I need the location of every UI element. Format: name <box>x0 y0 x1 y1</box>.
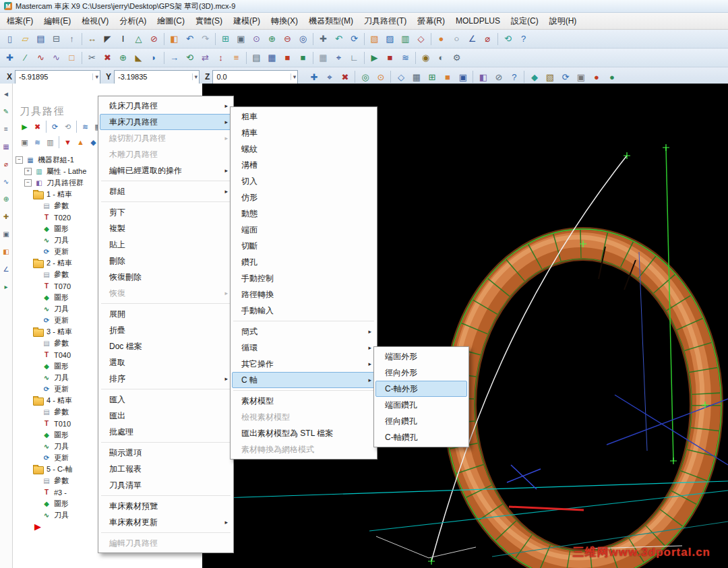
grid-toggle-icon[interactable]: ▦ <box>316 51 330 65</box>
pan-icon[interactable]: ✚ <box>316 32 330 46</box>
lathe-submenu-item[interactable]: 其它操作▸ <box>232 356 375 372</box>
menubar-item[interactable]: 繪圖(C) <box>152 13 190 28</box>
xform-translate-icon[interactable]: → <box>167 51 181 65</box>
menubar-item[interactable]: MOLDPLUS <box>450 13 506 28</box>
toolpath-display-icon[interactable]: ≋ <box>32 137 43 148</box>
fit-view-icon[interactable]: ⊞ <box>218 32 233 46</box>
levels-icon[interactable]: ▤ <box>249 51 264 65</box>
delete-entity-icon[interactable]: ✖ <box>100 51 115 65</box>
sketch-icon[interactable]: ✎ <box>1 106 11 117</box>
stop-macro-icon[interactable]: ■ <box>383 51 397 65</box>
menubar-item[interactable]: 編輯(E) <box>38 13 76 28</box>
shaded-mode-icon[interactable]: ● <box>434 32 448 46</box>
arc-create-icon[interactable]: ∿ <box>34 51 48 65</box>
lathe-submenu-item[interactable]: 循環▸ <box>232 340 375 356</box>
analyze-diameter-icon[interactable]: ⌀ <box>481 32 495 46</box>
repaint-icon[interactable]: ⟲ <box>501 32 515 46</box>
menubar-item[interactable]: 轉換(X) <box>266 13 303 28</box>
y-coordinate-input[interactable]: -3.19835 ▾ <box>114 70 200 84</box>
context-menu-item[interactable]: 匯出 <box>100 408 232 424</box>
trim-icon[interactable]: ✂ <box>85 51 99 65</box>
top-view-icon[interactable]: ▧ <box>367 32 382 46</box>
attribute-set-icon[interactable]: ◧ <box>476 70 490 84</box>
context-menu-item[interactable]: 展開 <box>100 306 232 322</box>
dim-diameter-icon[interactable]: ⌀ <box>1 159 11 169</box>
planes-manager-icon[interactable]: ▧ <box>543 70 557 84</box>
context-menu-item[interactable]: 貼上 <box>100 236 232 253</box>
lathe-submenu-item[interactable]: 端面 <box>232 222 375 238</box>
lathe-submenu-item[interactable]: 溝槽 <box>232 157 375 173</box>
menubar-item[interactable]: 實體(S) <box>190 13 228 28</box>
lock-z-icon[interactable]: ▣ <box>574 70 588 84</box>
lathe-submenu-item[interactable]: 動態 <box>232 206 375 222</box>
context-menu-item[interactable]: 複製 <box>100 220 232 236</box>
menubar-item[interactable]: 檔案(F) <box>1 13 38 28</box>
play-strip-icon[interactable]: ▸ <box>1 282 11 292</box>
lathe-submenu-item[interactable]: C 軸▸ <box>232 372 375 388</box>
zoom-out-icon[interactable]: ⊖ <box>280 32 295 46</box>
backplot-icon[interactable]: ≋ <box>398 51 413 65</box>
spline-create-icon[interactable]: ∿ <box>49 51 63 65</box>
c-axis-submenu-item[interactable]: C-軸外形 <box>375 381 467 397</box>
context-menu-item[interactable]: 車床素材預覽 <box>100 498 232 514</box>
x-coordinate-input[interactable]: -5.91895 ▾ <box>15 70 100 84</box>
context-menu-item[interactable]: 車床素材更新▸ <box>100 514 232 530</box>
menubar-item[interactable]: 刀具路徑(T) <box>359 13 412 28</box>
polygon-tool-icon[interactable]: △ <box>131 32 146 46</box>
zoom-in-icon[interactable]: ⊕ <box>265 32 279 46</box>
collapse-icon[interactable]: − <box>16 156 23 164</box>
context-menu-item[interactable]: 批處理 <box>100 424 232 440</box>
right-view-icon[interactable]: ▥ <box>398 32 413 46</box>
run-macro-icon[interactable]: ▶ <box>367 51 382 65</box>
print-icon[interactable]: ⊟ <box>49 32 63 46</box>
c-axis-submenu-item[interactable]: 端面外形 <box>375 348 467 365</box>
menubar-item[interactable]: 分析(A) <box>114 13 152 28</box>
context-menu-item[interactable]: 選取 <box>100 354 232 371</box>
autocursor-icon[interactable]: ⌖ <box>332 51 346 65</box>
expand-icon[interactable]: + <box>24 168 32 175</box>
lathe-submenu-item[interactable]: 切斷 <box>232 238 375 254</box>
disable-tool-icon[interactable]: ⊘ <box>147 32 161 46</box>
rotate-axes-icon[interactable]: ⟳ <box>558 70 572 84</box>
z-dropdown-icon[interactable]: ▾ <box>291 73 297 80</box>
context-menu-item[interactable]: Doc 檔案 <box>100 338 232 354</box>
c-axis-submenu-item[interactable]: C-軸鑽孔 <box>375 429 467 445</box>
point-snap-icon[interactable]: ⌖ <box>322 70 336 84</box>
regen-selected-icon[interactable]: ⟳ <box>49 121 61 133</box>
point-create-icon[interactable]: ✚ <box>3 51 17 65</box>
lathe-submenu-item[interactable]: 匯出素材模型為 STL 檔案 <box>232 425 375 441</box>
regen-all-icon[interactable]: ⟲ <box>62 121 73 133</box>
context-menu-item[interactable]: 折疊 <box>100 322 232 338</box>
analyze-angle-icon[interactable]: ∠ <box>465 32 479 46</box>
context-menu-item[interactable]: 刪除 <box>100 253 232 269</box>
current-level-icon[interactable]: ▣ <box>456 70 470 84</box>
menubar-item[interactable]: 檢視(V) <box>76 13 114 28</box>
lathe-submenu-item[interactable]: 精車 <box>232 125 375 141</box>
front-view-icon[interactable]: ▨ <box>383 32 397 46</box>
shading-options-icon[interactable]: ◉ <box>419 51 433 65</box>
previous-view-icon[interactable]: ↶ <box>332 32 346 46</box>
c-axis-submenu-item[interactable]: 端面鑽孔 <box>375 397 467 413</box>
lathe-submenu-item[interactable]: 鑽孔 <box>232 254 375 270</box>
help-icon[interactable]: ? <box>516 32 530 46</box>
lathe-submenu-item[interactable]: 手動輸入 <box>232 303 375 319</box>
undo-icon[interactable]: ↶ <box>183 32 197 46</box>
context-menu-item[interactable]: 恢復刪除 <box>100 269 232 285</box>
fastpoint-icon[interactable]: ⊙ <box>373 70 388 84</box>
wcs-icon[interactable]: ▦ <box>409 70 423 84</box>
collapse-icon[interactable]: − <box>24 179 32 187</box>
ortho-toggle-icon[interactable]: ∟ <box>347 51 361 65</box>
measure-icon[interactable]: ↔ <box>85 32 99 46</box>
y-dropdown-icon[interactable]: ▾ <box>192 73 198 80</box>
redo-icon[interactable]: ↷ <box>198 32 212 46</box>
plane-select-icon[interactable]: ◇ <box>394 70 408 84</box>
go-state-icon[interactable]: ● <box>605 70 619 84</box>
context-menu-item[interactable]: 排序▸ <box>100 371 232 387</box>
marker-insert-icon[interactable]: ▲ <box>75 137 86 148</box>
xform-offset-icon[interactable]: ≡ <box>229 51 243 65</box>
lathe-submenu-item[interactable]: 簡式▸ <box>232 323 375 340</box>
autocursor-fly-icon[interactable]: ✚ <box>307 70 321 84</box>
save-icon[interactable]: ▤ <box>34 32 48 46</box>
settings-gear-icon[interactable]: ⚙ <box>450 51 464 65</box>
guess-mode-icon[interactable]: ◎ <box>358 70 372 84</box>
